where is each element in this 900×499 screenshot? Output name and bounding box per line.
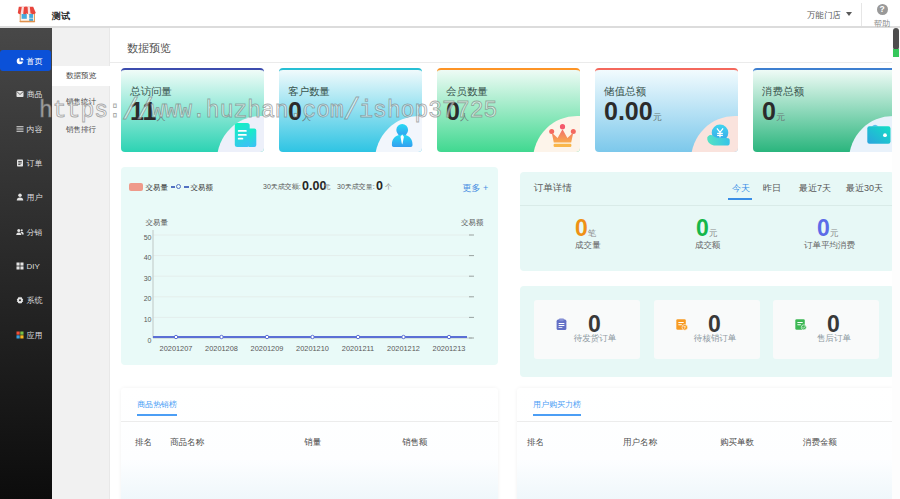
svg-text:10: 10 xyxy=(144,316,152,323)
svg-text:20201213: 20201213 xyxy=(433,344,466,353)
svg-text:20201212: 20201212 xyxy=(387,344,420,353)
svg-text:20201209: 20201209 xyxy=(251,344,284,353)
svg-text:20: 20 xyxy=(144,295,152,302)
svg-text:40: 40 xyxy=(144,254,152,261)
svg-text:0: 0 xyxy=(148,337,152,344)
svg-text:20201208: 20201208 xyxy=(205,344,238,353)
svg-text:20201210: 20201210 xyxy=(296,344,329,353)
svg-text:20201207: 20201207 xyxy=(160,344,193,353)
svg-text:50: 50 xyxy=(144,234,152,241)
svg-text:30: 30 xyxy=(144,275,152,282)
svg-text:20201211: 20201211 xyxy=(342,344,374,353)
